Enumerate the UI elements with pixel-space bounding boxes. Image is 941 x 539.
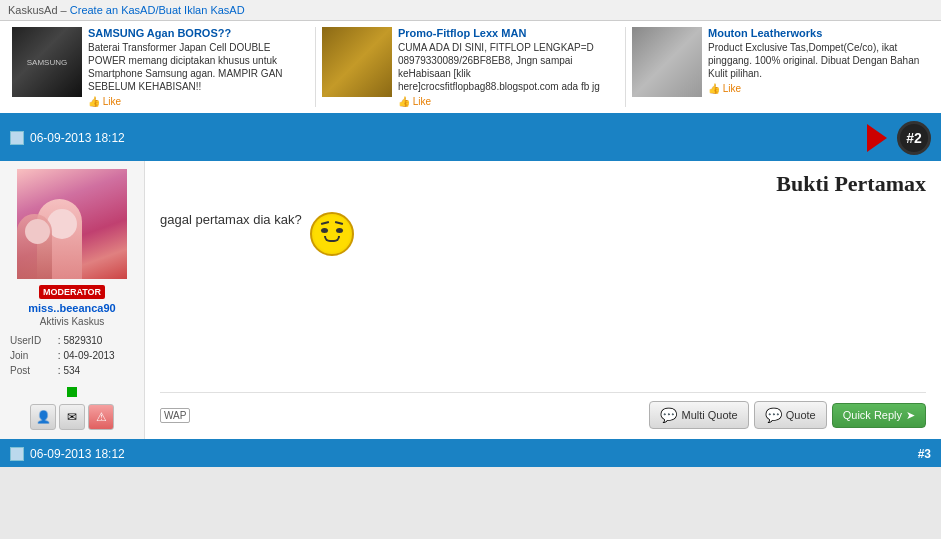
quick-reply-label: Quick Reply <box>843 409 902 421</box>
userid-value: 5829310 <box>63 334 134 347</box>
angry-emoji <box>310 212 354 256</box>
profile-button[interactable]: 👤 <box>30 404 56 430</box>
post-footer: WAP 💬 Multi Quote 💬 Quote Quick Reply ➤ <box>160 392 926 429</box>
message-button[interactable]: ✉ <box>59 404 85 430</box>
ad-item-2: Promo-Fitflop Lexx MAN CUMA ADA DI SINI,… <box>316 27 626 107</box>
post-content: Bukti Pertamax gagal pertamax dia kak? <box>145 161 941 439</box>
ad-item-1: SAMSUNG SAMSUNG Agan BOROS?? Baterai Tra… <box>6 27 316 107</box>
ad-bar-brand: KaskusAd <box>8 4 58 16</box>
ad-bar-separator: – <box>61 4 67 16</box>
ad-text-1: Baterai Transformer Japan Cell DOUBLE PO… <box>88 41 309 93</box>
ad-like-2[interactable]: 👍 Like <box>398 96 619 107</box>
post3-header: 06-09-2013 18:12 #3 <box>0 441 941 467</box>
post-label: Post <box>10 364 56 377</box>
username[interactable]: miss..beeanca90 <box>28 302 115 314</box>
ad-like-1[interactable]: 👍 Like <box>88 96 309 107</box>
user-avatar <box>17 169 127 279</box>
post2-header-right: #2 <box>867 121 931 155</box>
ad-bar: KaskusAd – Create an KasAD/Buat Iklan Ka… <box>0 0 941 21</box>
ad-content-1: SAMSUNG Agan BOROS?? Baterai Transformer… <box>88 27 309 107</box>
ad-bar-link[interactable]: Create an KasAD/Buat Iklan KasAD <box>70 4 245 16</box>
quote-icon: 💬 <box>765 407 782 423</box>
post2-checkbox[interactable] <box>10 131 24 145</box>
userid-label: UserID <box>10 334 56 347</box>
ads-section: SAMSUNG SAMSUNG Agan BOROS?? Baterai Tra… <box>0 21 941 115</box>
post2-body: MODERATOR miss..beeanca90 Aktivis Kaskus… <box>0 161 941 441</box>
ad-item-3: Mouton Leatherworks Product Exclusive Ta… <box>626 27 935 107</box>
ad-thumb-1: SAMSUNG <box>12 27 82 97</box>
post-message-text: gagal pertamax dia kak? <box>160 212 302 227</box>
right-brow <box>335 221 343 225</box>
multi-quote-icon: 💬 <box>660 407 677 423</box>
quick-reply-arrow-icon: ➤ <box>906 409 915 422</box>
post-colon: : <box>58 364 62 377</box>
post2-header-left: 06-09-2013 18:12 <box>10 131 125 145</box>
join-colon: : <box>58 349 62 362</box>
post-count-value: 534 <box>63 364 134 377</box>
post2-number-badge: #2 <box>897 121 931 155</box>
ad-thumb-2 <box>322 27 392 97</box>
moderator-badge: MODERATOR <box>39 285 105 299</box>
wap-label: WAP <box>164 410 186 421</box>
avatar-inner <box>17 169 127 279</box>
ad-text-2: CUMA ADA DI SINI, FITFLOP LENGKAP=D 0897… <box>398 41 619 93</box>
right-eye <box>336 228 343 233</box>
emoji-mouth <box>324 236 340 242</box>
post2-header: 06-09-2013 18:12 #2 <box>0 115 941 161</box>
emoji-face <box>310 212 354 256</box>
post-actions: 💬 Multi Quote 💬 Quote Quick Reply ➤ <box>649 401 926 429</box>
post2-number: #2 <box>906 130 922 146</box>
userid-colon: : <box>58 334 62 347</box>
report-button[interactable]: ⚠ <box>88 404 114 430</box>
post3-datetime: 06-09-2013 18:12 <box>30 447 125 461</box>
ad-like-3[interactable]: 👍 Like <box>708 83 929 94</box>
left-brow <box>321 221 329 225</box>
arrow-right-icon <box>867 124 887 152</box>
post3-number: #3 <box>918 447 931 461</box>
emoji-eyebrows <box>321 222 343 224</box>
left-eye <box>321 228 328 233</box>
ad-text-3: Product Exclusive Tas,Dompet(Ce/co), ika… <box>708 41 929 80</box>
user-action-buttons: 👤 ✉ ⚠ <box>30 404 114 430</box>
quick-reply-button[interactable]: Quick Reply ➤ <box>832 403 926 428</box>
join-value: 04-09-2013 <box>63 349 134 362</box>
join-label: Join <box>10 349 56 362</box>
post3-header-left: 06-09-2013 18:12 <box>10 447 125 461</box>
post2-datetime: 06-09-2013 18:12 <box>30 131 125 145</box>
user-rank-title: Aktivis Kaskus <box>40 316 104 327</box>
wap-icon: WAP <box>160 408 190 423</box>
quote-label: Quote <box>786 409 816 421</box>
multi-quote-button[interactable]: 💬 Multi Quote <box>649 401 748 429</box>
ad-thumb-3 <box>632 27 702 97</box>
online-indicator <box>67 387 77 397</box>
ad-title-3[interactable]: Mouton Leatherworks <box>708 27 929 39</box>
post3-checkbox[interactable] <box>10 447 24 461</box>
user-info-table: UserID : 5829310 Join : 04-09-2013 Post … <box>8 332 136 379</box>
post-title: Bukti Pertamax <box>160 171 926 197</box>
user-sidebar: MODERATOR miss..beeanca90 Aktivis Kaskus… <box>0 161 145 439</box>
ad-content-2: Promo-Fitflop Lexx MAN CUMA ADA DI SINI,… <box>398 27 619 107</box>
post-message: gagal pertamax dia kak? <box>160 212 926 382</box>
quote-button[interactable]: 💬 Quote <box>754 401 827 429</box>
multi-quote-label: Multi Quote <box>681 409 737 421</box>
ad-title-1[interactable]: SAMSUNG Agan BOROS?? <box>88 27 309 39</box>
emoji-eyes <box>321 228 343 233</box>
ad-title-2[interactable]: Promo-Fitflop Lexx MAN <box>398 27 619 39</box>
ad-content-3: Mouton Leatherworks Product Exclusive Ta… <box>708 27 929 107</box>
